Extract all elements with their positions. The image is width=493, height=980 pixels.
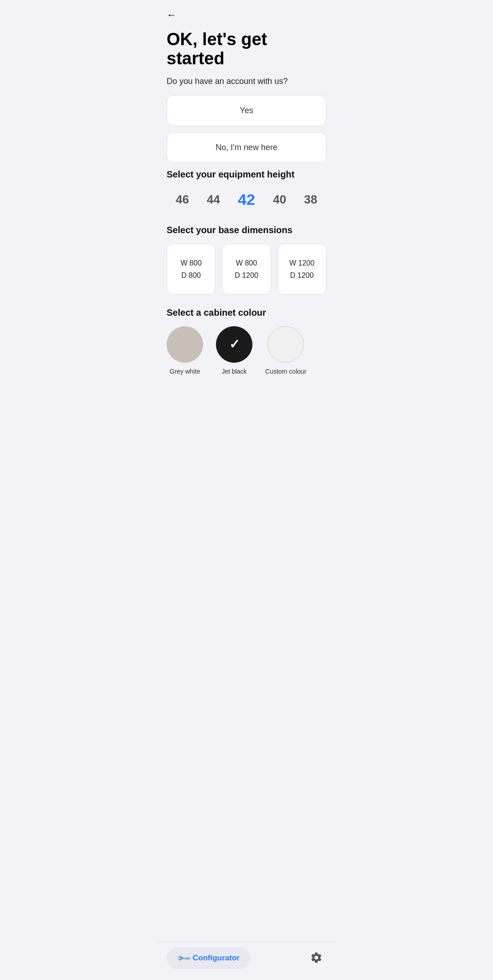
base-dimensions-label: Select your base dimensions — [167, 225, 326, 235]
colour-option-grey-white[interactable]: Grey white — [167, 326, 203, 375]
bottom-bar: 🔧 Configurator — [157, 941, 336, 980]
colour-option-jet-black[interactable]: ✓ Jet black — [216, 326, 252, 375]
page-title: OK, let's get started — [167, 30, 326, 68]
back-button[interactable]: ← — [167, 9, 177, 21]
dim-line-1-2: D 1200 — [228, 269, 265, 281]
colour-options: Grey white ✓ Jet black Custom colour — [167, 326, 326, 375]
colour-circle-jet-black: ✓ — [216, 326, 252, 363]
dim-line-2-1: W 1200 — [283, 257, 320, 269]
height-option-40[interactable]: 40 — [268, 190, 291, 209]
page-container: ← OK, let's get started Do you have an a… — [157, 0, 336, 435]
height-selector: 46 44 42 40 38 — [167, 188, 326, 211]
gear-button[interactable] — [306, 948, 326, 969]
dim-line-0-2: D 800 — [173, 269, 210, 281]
dimension-card-0[interactable]: W 800 D 800 — [167, 244, 215, 295]
no-button[interactable]: No, I'm new here — [167, 132, 326, 163]
wrench-icon: 🔧 — [175, 950, 191, 966]
colour-option-custom[interactable]: Custom colour — [265, 326, 306, 375]
colour-name-grey-white: Grey white — [170, 367, 200, 375]
equipment-height-label: Select your equipment height — [167, 169, 326, 180]
height-option-44[interactable]: 44 — [202, 190, 225, 209]
height-option-46[interactable]: 46 — [171, 190, 194, 209]
colour-circle-custom — [267, 326, 304, 363]
dim-line-2-2: D 1200 — [283, 269, 320, 281]
colour-name-jet-black: Jet black — [221, 367, 246, 375]
gear-icon — [310, 951, 323, 964]
yes-button[interactable]: Yes — [167, 95, 326, 126]
height-option-42[interactable]: 42 — [233, 188, 260, 211]
back-arrow-icon: ← — [167, 9, 177, 21]
colour-name-custom: Custom colour — [265, 367, 306, 375]
dim-line-0-1: W 800 — [173, 257, 210, 269]
dimension-card-2[interactable]: W 1200 D 1200 — [278, 244, 326, 295]
dimensions-grid: W 800 D 800 W 800 D 1200 W 1200 D 1200 — [167, 244, 326, 295]
dim-line-1-1: W 800 — [228, 257, 265, 269]
configurator-button[interactable]: 🔧 Configurator — [167, 947, 251, 969]
configurator-label: Configurator — [193, 954, 240, 963]
colour-circle-grey-white — [167, 326, 203, 363]
checkmark-icon: ✓ — [229, 337, 240, 352]
cabinet-colour-label: Select a cabinet colour — [167, 308, 326, 318]
dimension-card-1[interactable]: W 800 D 1200 — [222, 244, 271, 295]
height-option-38[interactable]: 38 — [299, 190, 322, 209]
account-question: Do you have an account with us? — [167, 77, 326, 86]
